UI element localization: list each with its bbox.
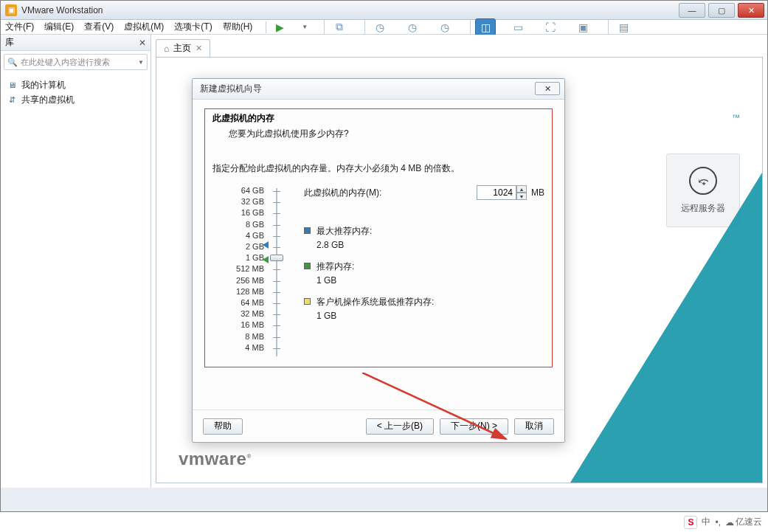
brand-text: vmware: [179, 449, 246, 469]
menu-file[interactable]: 文件(F): [5, 21, 34, 33]
wizard-header: 此虚拟机的内存 您要为此虚拟机使用多少内存?: [212, 109, 544, 140]
new-vm-wizard-dialog: 新建虚拟机向导 ✕ 此虚拟机的内存 您要为此虚拟机使用多少内存? 指定分配给此虚…: [192, 78, 565, 443]
home-content: ™ ⤽ 远程服务器 vmware® 新建虚拟机向导 ✕: [156, 57, 763, 483]
menu-vm[interactable]: 虚拟机(M): [124, 21, 164, 33]
rec-memory-pointer-icon: [263, 256, 269, 263]
brand-registered: ®: [246, 453, 251, 460]
memory-scale-labels: 64 GB32 GB16 GB8 GB4 GB2 GB1 GB512 MB256…: [212, 185, 264, 353]
square-blue-icon: [304, 227, 311, 234]
tree-label: 我的计算机: [21, 79, 66, 91]
menu-view[interactable]: 查看(V): [84, 21, 114, 33]
menubar: 文件(F) 编辑(E) 查看(V) 虚拟机(M) 选项卡(T) 帮助(H) ▶▼…: [1, 20, 767, 35]
minimize-button[interactable]: —: [679, 3, 705, 18]
shared-icon: ⇵: [7, 95, 17, 104]
max-memory-pointer-icon: [263, 241, 269, 249]
decorative-triangle: [570, 173, 762, 483]
sidebar-header: 库 ✕: [1, 35, 151, 51]
power-dropdown-icon[interactable]: ▼: [302, 24, 309, 30]
toolbar-separator: [324, 20, 325, 35]
tabstrip: ⌂ 主页 ✕: [156, 39, 763, 57]
min-memory-value: 1 GB: [316, 311, 544, 321]
unity-button[interactable]: ▣: [572, 18, 593, 36]
menu-help[interactable]: 帮助(H): [223, 21, 253, 33]
wizard-subtitle: 您要为此虚拟机使用多少内存?: [229, 128, 544, 140]
library-sidebar: 库 ✕ 🔍 在此处键入内容进行搜索 ▼ 🖥 我的计算机 ⇵ 共享的虚拟机: [1, 35, 151, 488]
toolbar-separator: [364, 20, 365, 35]
vmware-brand: vmware®: [179, 449, 252, 469]
dialog-body: 此虚拟机的内存 您要为此虚拟机使用多少内存? 指定分配给此虚拟机的内存量。内存大…: [193, 100, 564, 410]
snapshot-icon[interactable]: ⧉: [329, 18, 350, 36]
search-placeholder: 在此处键入内容进行搜索: [21, 57, 138, 68]
min-memory-label: 客户机操作系统最低推荐内存:: [316, 296, 434, 308]
memory-unit: MB: [531, 187, 544, 198]
tm-badge: ™: [732, 113, 740, 122]
spin-up-button[interactable]: ▲: [516, 185, 527, 193]
cloud-watermark: ☁ 亿速云: [725, 516, 762, 528]
view-thumbnail-button[interactable]: ▭: [508, 18, 528, 36]
tree-item-my-computer[interactable]: 🖥 我的计算机: [7, 77, 145, 92]
window-controls: — ▢ ✕: [679, 1, 767, 18]
cloud-text: 亿速云: [736, 516, 762, 528]
square-green-icon: [304, 263, 311, 269]
ime-lang[interactable]: 中: [702, 516, 710, 528]
fullscreen-button[interactable]: ⛶: [540, 18, 561, 36]
cancel-button[interactable]: 取消: [514, 418, 554, 435]
dialog-close-button[interactable]: ✕: [535, 82, 560, 95]
search-icon: 🔍: [7, 58, 18, 67]
memory-label: 此虚拟机的内存(M):: [304, 187, 381, 199]
dialog-title: 新建虚拟机向导: [200, 83, 262, 95]
tab-home[interactable]: ⌂ 主页 ✕: [156, 39, 210, 57]
ime-sep: •,: [715, 517, 721, 528]
toolbar-separator: [608, 20, 609, 35]
memory-input-wrap: ▲ ▼ MB: [477, 185, 544, 200]
library-tree: 🖥 我的计算机 ⇵ 共享的虚拟机: [1, 73, 151, 111]
help-button[interactable]: 帮助: [203, 418, 243, 435]
window-title: VMware Workstation: [21, 5, 103, 15]
next-button[interactable]: 下一步(N) >: [440, 418, 508, 435]
memory-input[interactable]: [477, 185, 516, 200]
max-memory-value: 2.8 GB: [316, 240, 544, 250]
clock1-icon[interactable]: ◷: [370, 18, 390, 36]
slider-thumb[interactable]: [270, 255, 283, 261]
home-icon: ⌂: [164, 44, 169, 54]
app-window: ▣ VMware Workstation — ▢ ✕ 文件(F) 编辑(E) 查…: [0, 0, 768, 512]
sidebar-close-icon[interactable]: ✕: [139, 38, 146, 48]
main-body: 库 ✕ 🔍 在此处键入内容进行搜索 ▼ 🖥 我的计算机 ⇵ 共享的虚拟机: [1, 35, 767, 488]
spin-down-button[interactable]: ▼: [516, 193, 527, 200]
rec-memory-label: 推荐内存:: [316, 260, 354, 272]
sogou-ime-icon[interactable]: S: [684, 516, 697, 529]
memory-legend: 最大推荐内存: 2.8 GB 推荐内存: 1 GB 客户: [304, 225, 544, 321]
view-sidebar-button[interactable]: ◫: [475, 18, 496, 36]
back-button[interactable]: < 上一步(B): [366, 418, 434, 435]
tree-item-shared-vms[interactable]: ⇵ 共享的虚拟机: [7, 92, 145, 107]
content-area: ⌂ 主页 ✕ ™ ⤽ 远程服务器 vmware® 新建虚拟机向导: [151, 35, 767, 488]
instruction-text: 指定分配给此虚拟机的内存量。内存大小必须为 4 MB 的倍数。: [212, 162, 544, 175]
menu-tabs[interactable]: 选项卡(T): [174, 21, 212, 33]
dialog-footer: 帮助 < 上一步(B) 下一步(N) > 取消: [193, 410, 564, 442]
maximize-button[interactable]: ▢: [708, 3, 735, 18]
search-input[interactable]: 🔍 在此处键入内容进行搜索 ▼: [4, 54, 148, 70]
stretch-button[interactable]: ▤: [613, 18, 634, 36]
menu-edit[interactable]: 编辑(E): [44, 21, 74, 33]
app-icon: ▣: [5, 4, 17, 16]
square-yellow-icon: [304, 298, 311, 305]
titlebar[interactable]: ▣ VMware Workstation — ▢ ✕: [1, 1, 767, 20]
tab-close-icon[interactable]: ✕: [196, 44, 202, 53]
tree-label: 共享的虚拟机: [21, 94, 75, 106]
search-dropdown-icon[interactable]: ▼: [138, 59, 144, 66]
power-on-button[interactable]: ▶: [269, 18, 290, 36]
sidebar-title: 库: [5, 36, 14, 49]
toolbar-separator: [470, 20, 471, 35]
memory-spinner: ▲ ▼: [516, 185, 527, 200]
taskbar: S 中 •, ☁ 亿速云: [0, 512, 768, 532]
close-button[interactable]: ✕: [738, 3, 764, 18]
clock2-icon[interactable]: ◷: [402, 18, 423, 36]
memory-right-panel: 此虚拟机的内存(M): ▲ ▼ MB: [288, 185, 544, 331]
dialog-titlebar[interactable]: 新建虚拟机向导 ✕: [193, 79, 564, 100]
computer-icon: 🖥: [7, 80, 17, 89]
highlight-box: 此虚拟机的内存 您要为此虚拟机使用多少内存? 指定分配给此虚拟机的内存量。内存大…: [204, 108, 553, 367]
rec-memory-value: 1 GB: [316, 275, 544, 286]
clock3-icon[interactable]: ◷: [435, 18, 455, 36]
cloud-icon: ☁: [725, 517, 734, 528]
menu-separator: [266, 21, 266, 33]
